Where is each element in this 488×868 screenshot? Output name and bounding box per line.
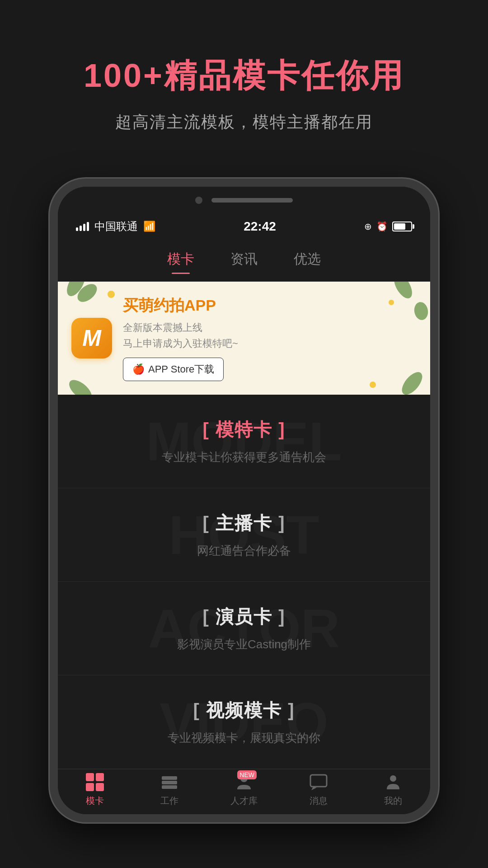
chat-icon [310, 774, 328, 790]
battery-icon [392, 222, 412, 231]
zhubo-card-desc: 网红通告合作必备 [76, 543, 412, 559]
app-logo: M [71, 318, 112, 359]
status-left: 中国联通 📶 [76, 219, 155, 234]
svg-point-5 [390, 775, 396, 782]
yanyuan-card-section[interactable]: ACTOR [ 演员卡 ] 影视演员专业Casting制作 [58, 582, 430, 675]
promo-banner: M 买萌约拍APP 全新版本震撼上线 马上申请成为入驻模特吧~ 🍎 APP St… [58, 282, 430, 395]
phone-screen: 中国联通 📶 22:42 ⊕ ⏰ 模卡 资讯 [58, 187, 430, 814]
carrier-label: 中国联通 [94, 219, 138, 234]
bottom-nav-moka[interactable]: 模卡 [58, 772, 132, 807]
person-icon [384, 773, 402, 791]
at-icon: ⊕ [364, 221, 372, 232]
bottom-nav-mine[interactable]: 我的 [356, 772, 430, 807]
mine-label: 我的 [384, 795, 402, 807]
work-label: 工作 [160, 795, 178, 807]
phone-notch [58, 187, 430, 214]
signal-icon [76, 222, 89, 231]
bottom-nav: 模卡 工作 [58, 769, 430, 814]
page-title: 100+精品模卡任你用 [27, 54, 461, 98]
apple-icon: 🍎 [132, 363, 145, 375]
work-icon [160, 772, 179, 792]
message-label: 消息 [310, 795, 328, 807]
bottom-nav-talent[interactable]: NEW 人才库 [207, 772, 282, 807]
svg-rect-0 [162, 776, 177, 780]
notch-speaker [211, 198, 293, 203]
tab-moka[interactable]: 模卡 [167, 250, 194, 274]
banner-title: 买萌约拍APP [123, 295, 417, 316]
mote-card-section[interactable]: MODEL [ 模特卡 ] 专业模卡让你获得更多通告机会 [58, 395, 430, 488]
status-right: ⊕ ⏰ [364, 221, 412, 232]
top-section: 100+精品模卡任你用 超高清主流模板，模特主播都在用 [0, 0, 488, 160]
svg-rect-2 [162, 785, 177, 789]
video-card-desc: 专业视频模卡，展现真实的你 [76, 730, 412, 746]
moka-label: 模卡 [86, 795, 104, 807]
mote-card-title: [ 模特卡 ] [76, 417, 412, 442]
video-card-section[interactable]: VIDEO [ 视频模卡 ] 专业视频模卡，展现真实的你 [58, 675, 430, 769]
talent-label: 人才库 [230, 795, 258, 807]
bracket-left: [ [203, 420, 210, 439]
banner-content: M 买萌约拍APP 全新版本震撼上线 马上申请成为入驻模特吧~ 🍎 APP St… [71, 295, 417, 381]
banner-sub2: 马上申请成为入驻模特吧~ [123, 335, 417, 351]
phone-outer-shell: 中国联通 📶 22:42 ⊕ ⏰ 模卡 资讯 [50, 179, 438, 822]
download-button[interactable]: 🍎 APP Store下载 [123, 358, 224, 381]
mine-icon [383, 772, 403, 792]
svg-rect-1 [162, 781, 177, 784]
tab-premium[interactable]: 优选 [294, 250, 321, 274]
alarm-icon: ⏰ [376, 221, 388, 232]
banner-text: 买萌约拍APP 全新版本震撼上线 马上申请成为入驻模特吧~ 🍎 APP Stor… [123, 295, 417, 381]
yanyuan-card-title: [ 演员卡 ] [76, 604, 412, 629]
front-camera [195, 197, 202, 204]
tab-news[interactable]: 资讯 [230, 250, 258, 274]
content-area: MODEL [ 模特卡 ] 专业模卡让你获得更多通告机会 HOST [ 主播卡 … [58, 395, 430, 769]
zhubo-card-section[interactable]: HOST [ 主播卡 ] 网红通告合作必备 [58, 488, 430, 582]
banner-sub1: 全新版本震撼上线 [123, 320, 417, 335]
bracket-right: ] [278, 420, 285, 439]
phone-mockup: 中国联通 📶 22:42 ⊕ ⏰ 模卡 资讯 [50, 179, 438, 822]
mote-card-desc: 专业模卡让你获得更多通告机会 [76, 449, 412, 465]
clock: 22:42 [244, 219, 276, 234]
page-subtitle: 超高清主流模板，模特主播都在用 [27, 111, 461, 133]
yanyuan-card-desc: 影视演员专业Casting制作 [76, 637, 412, 652]
new-badge: NEW [237, 770, 257, 779]
layers-icon [161, 774, 178, 790]
status-bar: 中国联通 📶 22:42 ⊕ ⏰ [58, 214, 430, 239]
talent-icon: NEW [234, 772, 254, 792]
bottom-nav-message[interactable]: 消息 [281, 772, 356, 807]
zhubo-card-title: [ 主播卡 ] [76, 511, 412, 536]
nav-tabs: 模卡 资讯 优选 [58, 239, 430, 282]
wifi-icon: 📶 [143, 221, 155, 232]
grid-icon [86, 773, 104, 791]
video-card-title: [ 视频模卡 ] [76, 698, 412, 723]
message-icon [309, 772, 328, 792]
svg-rect-4 [310, 775, 327, 787]
moka-icon [85, 772, 105, 792]
bottom-nav-work[interactable]: 工作 [132, 772, 207, 807]
